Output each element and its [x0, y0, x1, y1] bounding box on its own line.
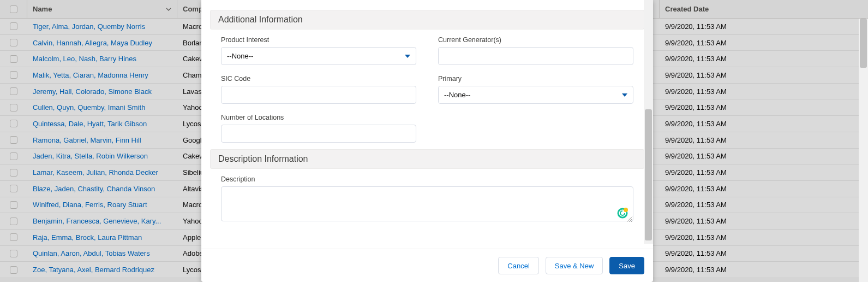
field-label: Current Generator(s): [438, 36, 633, 44]
new-lead-modal: Additional Information Product Interest …: [201, 0, 653, 282]
field-label: SIC Code: [221, 75, 416, 83]
select-value: --None--: [227, 52, 253, 60]
num-locations-field: Number of Locations: [221, 114, 416, 143]
modal-body: Additional Information Product Interest …: [201, 0, 653, 249]
caret-down-icon: [622, 93, 627, 97]
field-label: Description: [221, 175, 633, 183]
primary-field: Primary --None--: [438, 75, 633, 104]
save-button[interactable]: Save: [609, 257, 644, 274]
section-title: Description Information: [218, 154, 308, 163]
description-info-section-header: Description Information: [210, 149, 644, 169]
sic-code-input[interactable]: [221, 86, 416, 104]
description-field: Description: [221, 175, 633, 223]
field-label: Number of Locations: [221, 114, 416, 121]
cancel-button[interactable]: Cancel: [498, 257, 538, 274]
product-interest-field: Product Interest --None--: [221, 36, 416, 65]
modal-scrollbar[interactable]: [644, 0, 653, 244]
product-interest-select[interactable]: --None--: [221, 47, 416, 65]
current-generators-input[interactable]: [438, 47, 633, 65]
page-scrollbar-thumb[interactable]: [860, 19, 867, 68]
current-generators-field: Current Generator(s): [438, 36, 633, 65]
field-label: Product Interest: [221, 36, 416, 44]
additional-info-section-header: Additional Information: [210, 10, 644, 30]
select-value: --None--: [444, 91, 470, 99]
caret-down-icon: [405, 55, 410, 58]
field-label: Primary: [438, 75, 633, 83]
save-and-new-button[interactable]: Save & New: [546, 257, 603, 274]
svg-point-1: [624, 208, 628, 212]
additional-info-grid: Product Interest --None-- SIC Code: [210, 36, 644, 149]
num-locations-input[interactable]: [221, 125, 416, 143]
page-scrollbar[interactable]: [859, 19, 868, 282]
modal-scrollbar-thumb[interactable]: [645, 109, 652, 240]
grammarly-icon[interactable]: [617, 208, 628, 219]
primary-select[interactable]: --None--: [438, 86, 633, 104]
sic-code-field: SIC Code: [221, 75, 416, 104]
section-title: Additional Information: [218, 15, 303, 24]
modal-footer: Cancel Save & New Save: [201, 249, 653, 282]
description-textarea[interactable]: [221, 186, 633, 221]
